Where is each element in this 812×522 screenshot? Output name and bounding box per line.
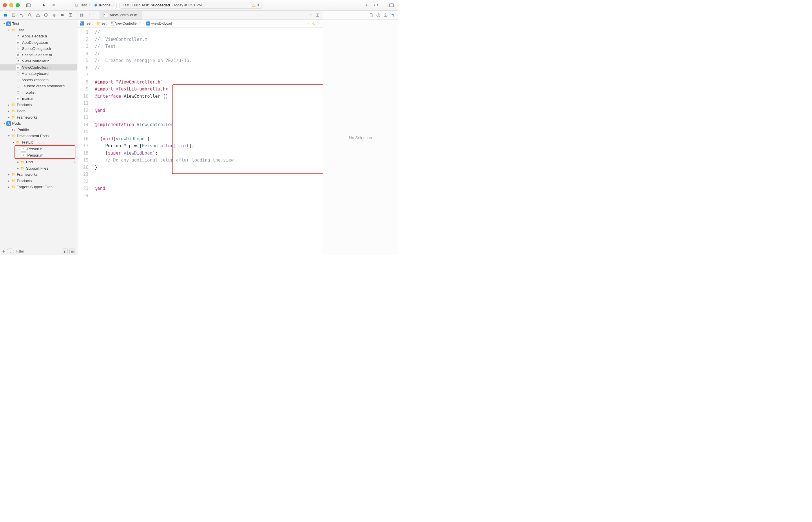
folder-icon: 📁 [96,21,100,25]
stop-button[interactable] [50,2,57,8]
file-launch-storyboard[interactable]: ▢LaunchScreen.storyboard [0,83,77,89]
group-frameworks-2[interactable]: ▸📁Frameworks [0,172,77,178]
code-lines[interactable]: // // ViewController.m // Test // // Cre… [95,29,323,199]
recent-filter-button[interactable]: ◐ [62,248,67,254]
svg-rect-23 [82,14,83,15]
scheme-device: iPhone 8 [99,3,114,7]
group-testlib[interactable]: ▾📁TestLib [0,139,77,145]
jump-next-icon[interactable]: 〉 [317,21,321,26]
add-tab-button[interactable]: + [363,2,370,8]
titlebar: Test 〉 iPhone 8 Test | Build Test: Succe… [0,0,398,11]
group-frameworks[interactable]: ▸📁Frameworks [0,114,77,121]
close-window[interactable] [3,3,7,7]
scm-filter-button[interactable]: ▦ [69,248,75,254]
group-pods-ref[interactable]: ▸📁Pods [0,108,77,114]
file-info-plist[interactable]: ▢Info.plist [0,89,77,96]
library-icon[interactable] [388,2,395,8]
xcode-project-icon: A [80,21,84,25]
navigator-selector-bar [0,11,77,20]
file-appdelegate-h[interactable]: hAppDelegate.h [0,33,77,39]
window-controls [3,3,20,7]
project-navigator-icon[interactable] [2,12,9,18]
group-products[interactable]: ▸📁Products [0,102,77,108]
related-items-icon[interactable] [77,13,84,17]
status-prefix: Test | Build Test: [123,3,149,7]
svg-rect-3 [53,4,55,6]
minimize-window[interactable] [9,3,13,7]
file-main-m[interactable]: mmain.m [0,95,77,102]
header-file-icon: h [21,146,26,152]
svg-marker-18 [61,14,64,16]
history-inspector-icon[interactable] [376,13,381,17]
file-inspector-icon[interactable] [369,13,373,17]
code-review-icon[interactable] [373,2,380,8]
breakpoint-navigator-icon[interactable] [59,12,65,18]
file-person-m[interactable]: mPerson.m [15,152,75,159]
file-podfile[interactable]: rbPodfile [0,127,77,133]
issue-navigator-icon[interactable] [35,12,41,18]
no-selection-label: No Selection [349,136,372,140]
jump-bar[interactable]: A Test〉 📁 Test〉 m ViewController.m〉 M -v… [77,20,323,27]
xcode-project-icon: A [6,21,11,26]
tab-viewcontroller[interactable]: m ViewController.m [100,11,142,19]
status-suffix: | Today at 3:51 PM [172,3,202,7]
file-person-h[interactable]: hPerson.h [15,146,75,152]
sidebar-toggle-icon[interactable] [25,2,32,8]
file-main-storyboard[interactable]: ▢Main.storyboard [0,71,77,77]
status-warning-count[interactable]: ⚠︎ 3 [252,3,259,7]
file-appdelegate-m[interactable]: mAppDelegate.m [0,39,77,46]
inspector-content: No Selection [323,20,398,255]
folder-icon: 📁 [20,160,25,164]
file-scenedelegate-m[interactable]: mSceneDelegate.m [0,52,77,58]
impl-file-icon: m [103,13,108,17]
report-navigator-icon[interactable] [67,12,74,18]
test-navigator-icon[interactable] [43,12,49,18]
file-assets[interactable]: ▢Assets.xcassets [0,77,77,83]
adjust-editor-icon[interactable] [315,13,320,17]
source-control-navigator-icon[interactable] [11,12,17,18]
group-test[interactable]: ▾📁Test [0,27,77,33]
symbol-navigator-icon[interactable] [19,12,25,18]
nav-forward-button[interactable]: 〉 [92,13,97,18]
group-dev-pods[interactable]: ▾📁Development Pods [0,133,77,139]
editor-options-icon[interactable] [308,13,313,17]
svg-rect-22 [80,14,81,15]
svg-line-12 [21,15,22,16]
impl-file-icon: m [16,40,21,45]
filter-input[interactable] [16,249,60,254]
plist-icon: ▢ [16,90,20,95]
scheme-selector[interactable]: Test 〉 iPhone 8 [72,2,117,9]
file-viewcontroller-m[interactable]: mViewController.m [0,64,77,71]
group-pod[interactable]: ▸📁Pod? [0,159,77,165]
find-navigator-icon[interactable] [27,12,33,18]
nav-back-button[interactable]: 〈 [86,13,92,18]
run-button[interactable] [40,2,47,8]
folder-icon: 📁 [11,115,16,119]
zoom-window[interactable] [16,3,20,7]
group-support-files[interactable]: ▸📁Support Files [0,165,77,172]
file-tree[interactable]: ▾ATest ▾📁Test hAppDelegate.h mAppDelegat… [0,20,77,247]
impl-file-icon: m [16,96,21,101]
project-root[interactable]: ▾ATest [0,21,77,27]
header-file-icon: h [16,46,21,51]
folder-icon: 📁 [20,166,25,170]
impl-file-icon: m [16,65,21,70]
add-file-button[interactable]: + [2,249,5,254]
code-editor[interactable]: 123456789101112131415161718192021222324 … [77,27,323,255]
help-inspector-icon[interactable] [383,13,388,17]
group-products-2[interactable]: ▸📁Products [0,178,77,184]
group-targets-support[interactable]: ▸📁Targets Support Files [0,184,77,190]
debug-navigator-icon[interactable] [51,12,57,18]
inspector-settings-icon[interactable] [391,13,395,17]
scheme-project: Test [80,3,87,7]
file-scenedelegate-h[interactable]: hSceneDelegate.h [0,45,77,52]
activity-status[interactable]: Test | Build Test: Succeeded | Today at … [120,2,262,9]
storyboard-icon: ▢ [16,71,20,76]
project-pods[interactable]: ▾APods [0,120,77,127]
impl-file-icon: m [16,52,21,57]
folder-icon: 📁 [11,109,16,114]
scm-status-unknown-icon: ? [73,160,75,164]
file-viewcontroller-h[interactable]: hViewController.h [0,58,77,64]
jump-prev-icon[interactable]: 〈 [306,21,310,26]
filter-scope-button[interactable]: ⌄ [7,248,14,254]
